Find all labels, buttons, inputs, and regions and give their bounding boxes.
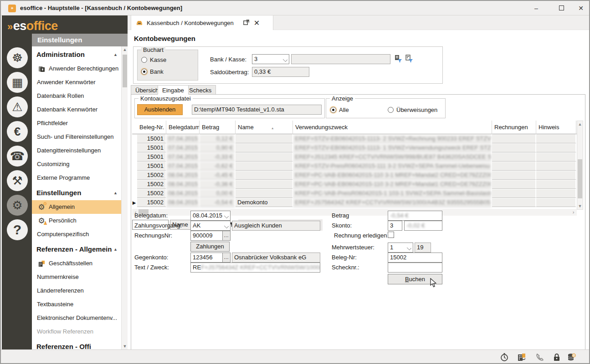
close-window-button[interactable]: ✕: [574, 4, 588, 13]
menu-section-referenzen-allgemein[interactable]: Referenzen - Allgemein▲: [32, 241, 121, 257]
cell-name[interactable]: [236, 171, 293, 180]
cell-beleg-nr[interactable]: 15002: [137, 198, 166, 207]
cell-name[interactable]: [236, 189, 293, 198]
tab-kassenbuch-kontobewegungen[interactable]: Kassenbuch / Kontobewegungen ✕: [131, 15, 273, 30]
cell-beleg-nr[interactable]: 15002: [137, 171, 166, 180]
ausblenden-button[interactable]: Ausblenden: [137, 104, 183, 115]
text-zweck-field[interactable]: REF+JS756434Z KREF+CCTV\VRNWSW/1000/A4B3: [190, 263, 320, 273]
cell-beleg-nr[interactable]: 15001: [137, 153, 166, 162]
cell-name[interactable]: [236, 135, 293, 143]
menu-item-gesch-ftsstellen[interactable]: Geschäftsstellen: [32, 257, 121, 270]
grid-vertical-scrollbar[interactable]: ▲ ▼: [577, 121, 583, 210]
cell-zweck[interactable]: EREF+STZV-EB06042015-1113- 2 SVWZ+Rechnu…: [293, 135, 492, 143]
helm-icon[interactable]: ☸: [7, 47, 28, 68]
close-tab-icon[interactable]: ✕: [254, 19, 260, 27]
alarm-icon[interactable]: ⚠: [7, 96, 28, 117]
menu-item-anwender-kennwörter[interactable]: Anwender Kennwörter: [32, 76, 121, 89]
table-row[interactable]: 1500107.04.20150,90 €EREF+STZV-EB0604201…: [132, 144, 577, 152]
rechnung-erledigen-checkbox[interactable]: [388, 232, 394, 238]
cell-betrag[interactable]: -0,54 €: [200, 198, 236, 207]
cell-betrag[interactable]: -0,62 €: [200, 162, 236, 171]
collapse-icon[interactable]: ▲: [113, 241, 118, 257]
cell-rechnungen[interactable]: [492, 189, 536, 198]
menu-item-such-und-filtereinstellungen[interactable]: Such- und Filtereinstellungen: [32, 130, 121, 144]
column-header-rechnungen[interactable]: Rechnungen: [492, 121, 536, 134]
zahlungen-button[interactable]: Zahlungen: [190, 242, 230, 252]
radio-bank[interactable]: Bank: [141, 68, 164, 75]
table-row[interactable]: 1500208.04.2015-0,36 €EREF+PC-VAB-EB0604…: [132, 180, 577, 189]
radio-kasse[interactable]: Kasse: [141, 56, 166, 63]
scroll-up-icon[interactable]: ▲: [122, 46, 128, 53]
column-header-belegdatum[interactable]: Belegdatum: [166, 121, 200, 134]
column-header-hinweis[interactable]: Hinweis: [536, 121, 576, 134]
column-header-name[interactable]: Name▲: [236, 121, 293, 134]
cell-zweck[interactable]: EREF+PC-VAB-EB06042015-110 3-2 MREF+Mand…: [293, 180, 492, 189]
cell-zweck[interactable]: KREF+PC-VAB-PreisR06042015-1 103-1 SVWZ+…: [293, 189, 492, 198]
menu-item-externe-programme[interactable]: Externe Programme: [32, 171, 121, 185]
branch-filter-icon[interactable]: [394, 54, 402, 62]
branch-filter2-icon[interactable]: [405, 54, 413, 62]
payments-icon[interactable]: €: [7, 121, 28, 142]
cell-zweck[interactable]: EREF+PC-VAB-EB06042015-110 3-1 MREF+Mand…: [293, 171, 492, 180]
scrollbar-thumb[interactable]: [578, 159, 582, 198]
menu-section-einstellungen[interactable]: Einstellungen▲: [32, 185, 121, 200]
menu-item-datengittereinstellungen[interactable]: Datengittereinstellungen: [32, 144, 121, 157]
scroll-down-icon[interactable]: ▼: [122, 343, 128, 349]
timer-icon[interactable]: [500, 353, 510, 362]
table-row[interactable]: 1500208.04.2015-0,45 €EREF+PC-VAB-EB0604…: [132, 171, 577, 180]
cell-betrag[interactable]: 0,00 €: [200, 189, 236, 198]
maximize-button[interactable]: [554, 4, 568, 13]
tools-icon[interactable]: ⚒: [7, 170, 28, 191]
schecknr-field[interactable]: [388, 263, 442, 273]
cell-beleg-nr[interactable]: 15002: [137, 180, 166, 189]
cell-name[interactable]: [236, 162, 293, 171]
cell-zweck[interactable]: EREF+JS12345 KREF+CCTV/VRNWSW/998/BUE87 …: [293, 153, 492, 162]
scroll-up-icon[interactable]: ▲: [577, 121, 583, 127]
database-clock-icon[interactable]: [567, 353, 577, 362]
cell-belegdatum[interactable]: 07.04.2015: [166, 135, 200, 143]
branch-building-icon[interactable]: [517, 353, 527, 362]
popout-icon[interactable]: [243, 19, 250, 26]
collapse-icon[interactable]: ▲: [113, 185, 118, 200]
cell-zweck[interactable]: EREF+STZV-EB06042015-1113- 1 SVWZ+Verwen…: [293, 144, 492, 152]
phone-icon[interactable]: [535, 353, 545, 362]
menu-item-nummernkreise[interactable]: Nummernkreise: [32, 270, 121, 284]
cell-rechnungen[interactable]: [492, 153, 536, 162]
column-header-beleg-nr-[interactable]: Beleg-Nr.: [137, 121, 166, 134]
cell-beleg-nr[interactable]: 15001: [137, 162, 166, 171]
cell-hinweis[interactable]: [536, 171, 576, 180]
cell-belegdatum[interactable]: 07.04.2015: [166, 153, 200, 162]
cell-belegdatum[interactable]: 08.04.2015: [166, 189, 200, 198]
radio-alle[interactable]: Alle: [330, 106, 349, 113]
cell-rechnungen[interactable]: [492, 162, 536, 171]
menu-item-elektronischer-dokumentenv-[interactable]: Elektronischer Dokumentenv...: [32, 311, 121, 325]
cell-rechnungen[interactable]: [492, 198, 536, 207]
cell-betrag[interactable]: -0,33 €: [200, 153, 236, 162]
skonto-percent-field[interactable]: 3: [388, 221, 402, 231]
cell-belegdatum[interactable]: 08.04.2015: [166, 171, 200, 180]
scroll-right-icon[interactable]: ›: [570, 209, 577, 216]
cell-belegdatum[interactable]: 08.04.2015: [166, 180, 200, 189]
cell-hinweis[interactable]: [536, 180, 576, 189]
cell-hinweis[interactable]: [536, 162, 576, 171]
cell-rechnungen[interactable]: [492, 144, 536, 152]
cell-rechnungen[interactable]: [492, 180, 536, 189]
gegenkonto-lookup-button[interactable]: …: [222, 253, 231, 263]
table-row[interactable]: ▶1500208.04.2015-0,54 €DemokontoEREF+JS7…: [132, 198, 577, 207]
menu-section-administration[interactable]: Administration▲: [32, 46, 121, 62]
cell-beleg-nr[interactable]: 15001: [137, 144, 166, 152]
menu-section-referenzen-offi[interactable]: Referenzen - Offi: [32, 339, 121, 349]
cell-name[interactable]: Demokonto: [236, 198, 293, 207]
cell-name[interactable]: [236, 180, 293, 189]
cell-zweck[interactable]: KREF+STZV-PreisR06042015-111 3-2 SVWZ+SE…: [293, 162, 492, 171]
cell-belegdatum[interactable]: 07.04.2015: [166, 162, 200, 171]
radio-ueberweisungen[interactable]: Überweisungen: [388, 106, 437, 113]
minimize-button[interactable]: –: [529, 4, 543, 13]
beleg-nr-field[interactable]: 15002: [388, 253, 442, 263]
support-headset-icon[interactable]: ☎: [7, 146, 28, 167]
collapse-icon[interactable]: ▲: [113, 46, 118, 62]
cell-hinweis[interactable]: [536, 153, 576, 162]
skonto-amount-field[interactable]: -0,02 €: [404, 221, 442, 231]
menu-item-datenbank-kennwörter[interactable]: Datenbank Kennwörter: [32, 103, 121, 116]
cell-belegdatum[interactable]: 07.04.2015: [166, 144, 200, 152]
